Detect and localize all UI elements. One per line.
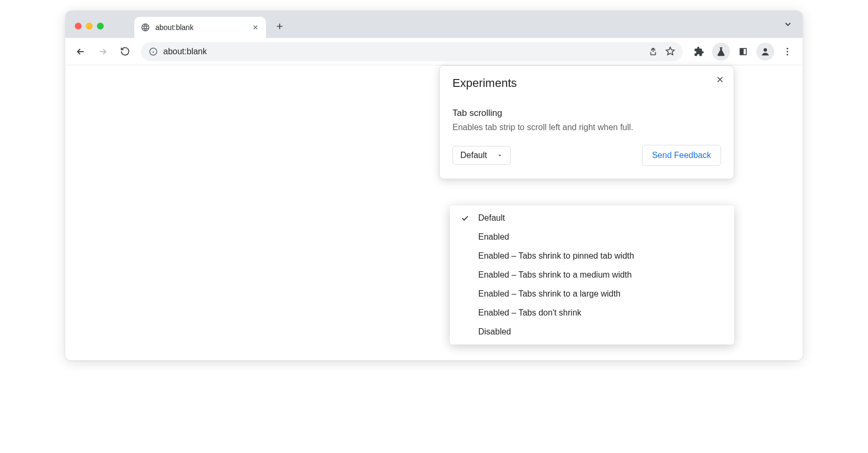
address-bar[interactable]: about:blank	[141, 42, 683, 61]
dropdown-option-label: Disabled	[478, 327, 511, 337]
svg-point-5	[787, 54, 788, 55]
dropdown-option-label: Enabled – Tabs don't shrink	[478, 308, 581, 318]
share-icon[interactable]	[648, 47, 658, 56]
dropdown-option-label: Enabled	[478, 232, 509, 242]
experiment-select[interactable]: Default	[452, 146, 511, 165]
dropdown-option-label: Enabled – Tabs shrink to a medium width	[478, 270, 632, 280]
tab-search-button[interactable]	[781, 17, 795, 32]
experiment-description: Enables tab strip to scroll left and rig…	[452, 123, 721, 132]
toolbar: about:blank	[65, 38, 803, 65]
window-maximize-button[interactable]	[97, 23, 104, 29]
content-area: Experiments Tab scrolling Enables tab st…	[65, 65, 803, 360]
side-panel-button[interactable]	[734, 43, 752, 61]
globe-icon	[141, 23, 150, 32]
check-icon	[459, 213, 471, 223]
dropdown-option[interactable]: Enabled – Tabs shrink to a medium width	[450, 265, 734, 284]
back-button[interactable]	[72, 43, 90, 61]
site-info-icon[interactable]	[149, 47, 158, 56]
new-tab-button[interactable]	[271, 18, 288, 35]
window-minimize-button[interactable]	[86, 23, 93, 29]
dropdown-option[interactable]: Enabled – Tabs don't shrink	[450, 303, 734, 322]
experiment-select-dropdown: DefaultEnabledEnabled – Tabs shrink to p…	[450, 205, 734, 344]
browser-window: about:blank about:blank	[65, 11, 803, 360]
window-controls	[72, 23, 109, 38]
tab-close-button[interactable]	[251, 23, 260, 32]
experiments-button[interactable]	[712, 43, 730, 61]
svg-point-4	[787, 51, 788, 52]
dropdown-option[interactable]: Disabled	[450, 322, 734, 341]
caret-down-icon	[497, 152, 503, 159]
dropdown-option[interactable]: Enabled – Tabs shrink to a large width	[450, 284, 734, 303]
extensions-button[interactable]	[690, 43, 708, 61]
popup-actions: Default Send Feedback	[452, 145, 721, 166]
profile-button[interactable]	[756, 43, 774, 61]
reload-button[interactable]	[116, 43, 134, 61]
tab-strip-right	[781, 11, 795, 38]
dropdown-option-label: Enabled – Tabs shrink to a large width	[478, 289, 620, 299]
popup-title: Experiments	[452, 76, 721, 90]
url-text: about:blank	[163, 47, 207, 56]
dropdown-option[interactable]: Default	[450, 209, 734, 228]
experiments-popup: Experiments Tab scrolling Enables tab st…	[439, 65, 734, 179]
experiment-name: Tab scrolling	[452, 108, 721, 119]
svg-point-3	[787, 47, 788, 49]
dropdown-option[interactable]: Enabled – Tabs shrink to pinned tab widt…	[450, 247, 734, 265]
browser-tab[interactable]: about:blank	[134, 17, 266, 38]
select-value: Default	[460, 151, 487, 160]
menu-button[interactable]	[778, 43, 796, 61]
send-feedback-button[interactable]: Send Feedback	[642, 145, 721, 166]
forward-button[interactable]	[94, 43, 112, 61]
tab-strip: about:blank	[65, 11, 803, 38]
dropdown-option-label: Enabled – Tabs shrink to pinned tab widt…	[478, 251, 634, 261]
dropdown-option[interactable]: Enabled	[450, 228, 734, 247]
svg-point-2	[764, 48, 767, 51]
tab-title: about:blank	[155, 23, 246, 32]
bookmark-icon[interactable]	[665, 46, 675, 56]
window-close-button[interactable]	[75, 23, 82, 29]
omnibox-actions	[648, 46, 675, 56]
dropdown-option-label: Default	[478, 213, 505, 223]
popup-close-button[interactable]	[714, 73, 726, 86]
